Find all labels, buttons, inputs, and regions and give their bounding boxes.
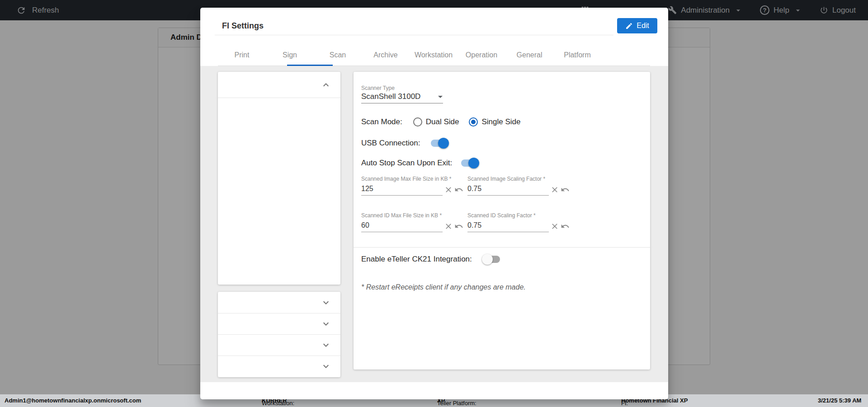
clear-icon[interactable] bbox=[444, 222, 453, 231]
logged-in-user: Admin1@hometownfinancialxp.onmicrosoft.c… bbox=[5, 397, 141, 404]
edit-button[interactable]: Edit bbox=[617, 18, 657, 33]
auto-stop-toggle[interactable] bbox=[460, 158, 479, 168]
chevron-down-icon bbox=[321, 340, 331, 351]
usb-connection-label: USB Connection: bbox=[361, 139, 420, 148]
scanned-id-scaling-input[interactable]: 0.75 bbox=[467, 221, 549, 232]
scanner-type-select[interactable]: ScanShell 3100D bbox=[361, 92, 420, 101]
radio-single-side[interactable] bbox=[469, 117, 478, 126]
clear-icon[interactable] bbox=[444, 185, 453, 194]
dropdown-caret-icon[interactable] bbox=[435, 91, 446, 102]
tab-operation[interactable]: Operation bbox=[458, 51, 505, 59]
dialog-body: Scanner Type ScanShell 3100D Scan Mode: … bbox=[200, 66, 668, 382]
eteller-toggle[interactable] bbox=[482, 254, 501, 265]
fi-settings-dialog: FI Settings Edit Print Sign Scan Archive… bbox=[200, 8, 668, 399]
tab-print[interactable]: Print bbox=[218, 51, 266, 59]
field-label: Scanned ID Scaling Factor * bbox=[467, 212, 571, 219]
tab-platform[interactable]: Platform bbox=[553, 51, 601, 59]
field-scanned-id-scaling: Scanned ID Scaling Factor * 0.75 bbox=[467, 212, 571, 232]
undo-icon[interactable] bbox=[454, 185, 463, 194]
auto-stop-label: Auto Stop Scan Upon Exit: bbox=[361, 159, 452, 168]
nav-section-collapsed-3[interactable] bbox=[218, 334, 340, 356]
field-scanned-image-scaling: Scanned Image Scaling Factor * 0.75 bbox=[467, 176, 571, 196]
dialog-title: FI Settings bbox=[222, 21, 264, 31]
nav-section-collapsed-1[interactable] bbox=[218, 292, 340, 313]
pencil-icon bbox=[625, 22, 633, 30]
nav-section-collapsed-2[interactable] bbox=[218, 313, 340, 334]
scanned-image-max-size-input[interactable]: 125 bbox=[361, 185, 443, 196]
undo-icon[interactable] bbox=[454, 222, 463, 231]
field-label: Scanned ID Max File Size in KB * bbox=[361, 212, 465, 219]
field-label: Scanned Image Max File Size in KB * bbox=[361, 176, 465, 182]
scanner-type-underline bbox=[361, 103, 443, 103]
chevron-up-icon bbox=[321, 80, 331, 90]
scanner-type-label: Scanner Type bbox=[361, 85, 395, 91]
tab-sign[interactable]: Sign bbox=[266, 51, 314, 59]
auto-stop-row: Auto Stop Scan Upon Exit: bbox=[361, 158, 479, 168]
eteller-row: Enable eTeller CK21 Integration: bbox=[361, 254, 501, 265]
scan-mode-row: Scan Mode: Dual Side Single Side bbox=[361, 117, 520, 127]
tab-general[interactable]: General bbox=[505, 51, 553, 59]
usb-connection-row: USB Connection: bbox=[361, 138, 449, 149]
usb-connection-toggle[interactable] bbox=[430, 138, 449, 149]
edit-button-label: Edit bbox=[637, 22, 649, 30]
nav-section-collapsed-4[interactable] bbox=[218, 356, 340, 377]
scan-nav-collapsed-panel bbox=[218, 292, 340, 377]
chevron-down-icon bbox=[321, 318, 331, 329]
radio-dual-side[interactable] bbox=[413, 117, 422, 126]
field-scanned-id-max-size: Scanned ID Max File Size in KB * 60 bbox=[361, 212, 465, 232]
tab-workstation[interactable]: Workstation bbox=[410, 51, 458, 59]
scan-mode-label: Scan Mode: bbox=[361, 117, 402, 126]
scan-settings-panel: Scanner Type ScanShell 3100D Scan Mode: … bbox=[354, 72, 650, 370]
section-divider bbox=[354, 247, 650, 248]
eteller-label: Enable eTeller CK21 Integration: bbox=[361, 255, 472, 264]
scan-nav-expanded-panel bbox=[218, 72, 340, 285]
datetime-status: 3/21/25 5:39 AM bbox=[818, 397, 861, 404]
radio-single-side-label: Single Side bbox=[481, 117, 520, 126]
radio-dual-side-label: Dual Side bbox=[426, 117, 459, 126]
chevron-down-icon bbox=[321, 361, 331, 372]
scanned-id-max-size-input[interactable]: 60 bbox=[361, 221, 443, 232]
chevron-down-icon bbox=[321, 297, 331, 308]
nav-section-expanded[interactable] bbox=[218, 72, 340, 98]
undo-icon[interactable] bbox=[561, 185, 570, 194]
field-scanned-image-max-size: Scanned Image Max File Size in KB * 125 bbox=[361, 176, 465, 196]
clear-icon[interactable] bbox=[550, 222, 559, 231]
undo-icon[interactable] bbox=[561, 222, 570, 231]
tab-archive[interactable]: Archive bbox=[362, 51, 410, 59]
clear-icon[interactable] bbox=[550, 185, 559, 194]
header-divider bbox=[215, 35, 613, 35]
tab-scan[interactable]: Scan bbox=[314, 51, 362, 59]
field-label: Scanned Image Scaling Factor * bbox=[467, 176, 571, 182]
scanned-image-scaling-input[interactable]: 0.75 bbox=[467, 185, 549, 196]
restart-note: * Restart eReceipts client if any change… bbox=[361, 283, 526, 291]
settings-tabs: Print Sign Scan Archive Workstation Oper… bbox=[218, 44, 650, 66]
screen: Refresh Administration ? Help Logout bbox=[0, 0, 868, 407]
dialog-header: FI Settings Edit bbox=[200, 8, 668, 44]
